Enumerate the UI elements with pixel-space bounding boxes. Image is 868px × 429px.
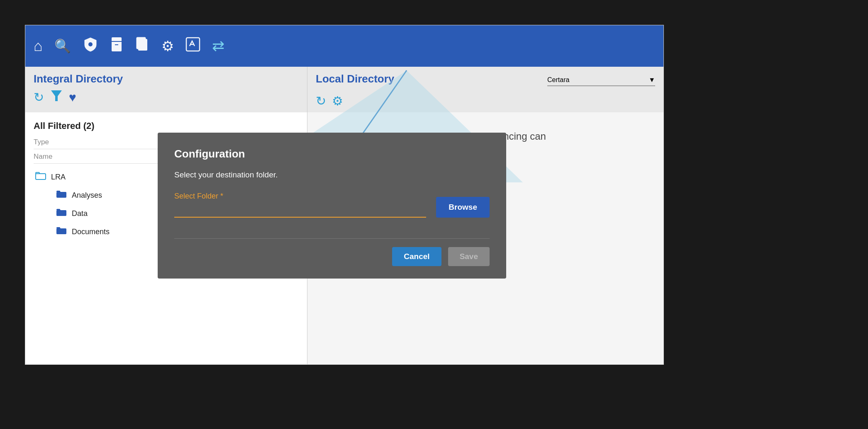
dialog-input-row: Select Folder * Browse: [174, 192, 490, 218]
dialog-subtitle: Select your destination folder.: [174, 170, 490, 179]
modal-overlay: Configuration Select your destination fo…: [0, 0, 868, 429]
dialog-title: Configuration: [174, 148, 490, 160]
dialog-footer: Cancel Save: [174, 238, 490, 266]
save-button: Save: [448, 247, 490, 266]
cancel-button[interactable]: Cancel: [392, 247, 441, 266]
folder-input-container: Select Folder *: [174, 192, 426, 218]
folder-input-label: Select Folder *: [174, 192, 426, 201]
config-dialog: Configuration Select your destination fo…: [158, 133, 506, 279]
browse-button[interactable]: Browse: [436, 197, 490, 218]
select-folder-input[interactable]: [174, 203, 426, 218]
